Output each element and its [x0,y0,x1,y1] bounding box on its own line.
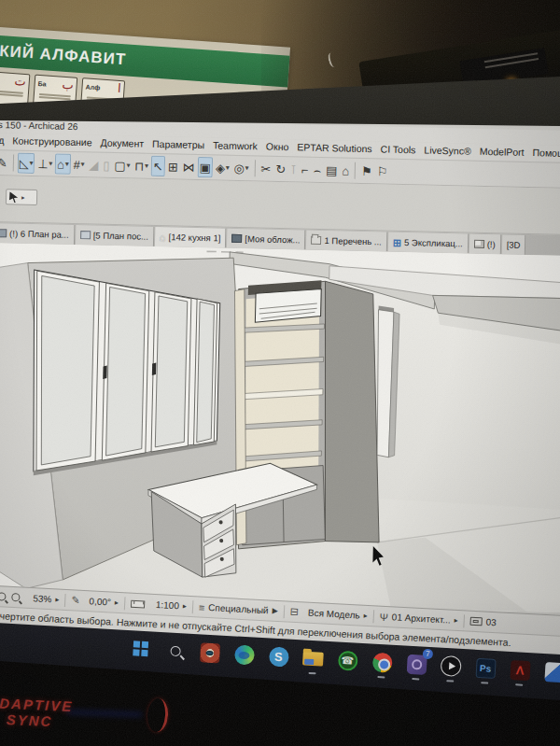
menu-design[interactable]: Конструирование [12,134,91,151]
archicad-window: s 150 - Archicad 26 Вид Конструирование … [0,118,560,612]
tab-plan-6[interactable]: (!) 6 План ра... [0,223,75,245]
file-explorer-icon [302,651,324,666]
angle-icon: ✎ [71,594,80,606]
more-arrow-icon: ▶ [272,607,278,615]
card-arabic-letter: ت [14,75,26,89]
dimension-12-icon[interactable]: ⊞ [166,156,180,176]
display-option-control[interactable]: 03 [469,616,497,627]
menu-livesync[interactable]: LiveSync® [424,144,471,160]
slope-icon[interactable]: ◢ [87,154,100,175]
monitor-brand-text: ADAPTIVE SYNC [0,695,74,730]
model-view-control[interactable]: ⊟ Вся Модель ▸ [289,606,368,622]
layer-combination-control[interactable]: Ψ 01 Архитект... ▸ [379,611,458,626]
model-view-icon: ⊟ [289,606,299,618]
tab-3d-partial[interactable]: [3D [501,234,525,255]
grid-snap-icon[interactable]: #▾ [71,154,86,175]
lock-icon[interactable]: ⊓▾ [133,155,150,176]
smudge-marks [207,251,244,252]
flag-list-icon[interactable]: ⚐ [375,161,390,181]
menu-modelport[interactable]: ModelPort [480,146,525,162]
photoshop-icon: Ps [475,657,496,678]
pen-set-value: Специальный [208,602,269,615]
figure-icon[interactable]: ▤ [324,160,340,180]
layout-icon [80,231,91,239]
taskbar-media-app[interactable] [440,655,463,678]
menu-document[interactable]: Документ [100,137,144,153]
stretch-icon[interactable]: ⋈ [180,157,196,177]
compass-icon[interactable]: ◎▾ [231,158,250,178]
taskbar-whatsapp-app[interactable]: ☎ [336,649,359,672]
taskbar-photoshop-app[interactable]: Ps [473,656,497,680]
arc-icon[interactable]: ⌢ [311,160,323,180]
taskbar-skype-app[interactable]: S [267,644,290,668]
favorites-icon[interactable]: ⌂▾ [55,153,71,174]
tab-3d-view[interactable]: (!) [469,234,501,255]
partial-app-icon [544,662,560,683]
windows-logo-icon [133,640,148,656]
taskbar-edge-app[interactable] [232,642,256,666]
card-label: Алф [85,83,100,91]
menu-vid[interactable]: Вид [0,134,5,149]
taskbar-partial-app[interactable] [542,660,560,683]
taskbar-photos-app[interactable]: 7 [405,653,428,676]
tab-cover[interactable]: [Моя облож... [227,229,306,250]
menu-options[interactable]: Параметры [152,138,204,154]
schedule-icon: ⊞ [393,238,401,246]
zoom-out-button[interactable] [0,592,7,600]
menu-window[interactable]: Окно [266,141,289,157]
trim-icon[interactable]: ↻ [273,159,287,179]
ruler-triangle-icon[interactable]: ◺▾ [18,153,35,174]
house-icon: ⌂ [160,232,166,241]
pencil-icon[interactable]: ✎ [0,152,9,173]
flyout-arrow-icon: ▸ [55,595,59,603]
scissors-icon[interactable]: ✂ [259,158,273,178]
play-icon [441,655,462,677]
zoom-level-control[interactable]: 53% ▸ [33,593,60,604]
running-indicator [515,683,523,685]
select-tool-flyout: ▸ [21,193,25,201]
tab-kitchen-142[interactable]: ⌂[142 кухня 1] [155,227,227,248]
windows-start-button[interactable] [129,637,152,660]
edge-browser-icon [233,644,254,665]
home-icon[interactable]: ⌂ [340,160,351,180]
measure-icon[interactable]: ⊺ [288,159,299,179]
dimension-arrow-icon[interactable]: ↖ [151,156,165,176]
flyout-arrow-icon: ▸ [115,598,119,607]
menu-eptar[interactable]: EPTAR Solutions [297,141,372,158]
taskbar-search-button[interactable] [163,639,187,662]
corner-icon[interactable]: ⌐ [300,159,311,179]
card-label: Ба [37,79,46,87]
menu-citools[interactable]: CI Tools [380,143,415,159]
taskbar-acrobat-app[interactable]: Λ [508,658,531,682]
chrome-icon [371,652,392,672]
cube-3d-icon [474,240,484,248]
display-option-value: 03 [485,617,497,628]
tab-schedule[interactable]: ⊞5 Экспликац... [388,232,469,254]
pen-set-control[interactable]: ≡ Специальный ▶ [199,601,279,616]
card-small-text [0,89,25,98]
wall-icon[interactable]: ▯ [101,155,112,176]
tab-list[interactable]: 1 Перечень ... [306,231,387,252]
eraser-icon[interactable]: ◈▾ [214,157,231,177]
menu-teamwork[interactable]: Teamwork [213,139,258,155]
level-icon[interactable]: ⊥▾ [35,153,54,174]
taskbar-chrome-app[interactable] [371,651,394,674]
running-indicator [308,672,315,674]
toolbar-separator [355,162,356,179]
menu-help[interactable]: Помощь [532,147,560,162]
frame-icon[interactable]: ▢▾ [112,155,132,176]
scale-value: 1:100 [156,599,180,611]
zoom-in-button[interactable] [11,593,20,601]
tab-plan-5[interactable]: [5 План пос... [75,225,154,246]
taskbar-archicad-app[interactable] [198,640,221,664]
scale-control[interactable]: 1:100 ▸ [131,598,188,612]
red-eye-app-icon [200,642,220,663]
window-handle [103,365,106,379]
3d-viewport[interactable] [0,243,560,612]
flag-icon[interactable]: ⚑ [359,161,374,181]
orientation-control[interactable]: ✎ 0,00° ▸ [71,594,119,609]
select-tool-button[interactable]: ▸ [6,189,37,205]
marquee-icon[interactable]: ▣ [197,157,213,177]
taskbar-explorer-app[interactable] [301,646,325,669]
card-arabic-letter: ا [117,82,121,95]
